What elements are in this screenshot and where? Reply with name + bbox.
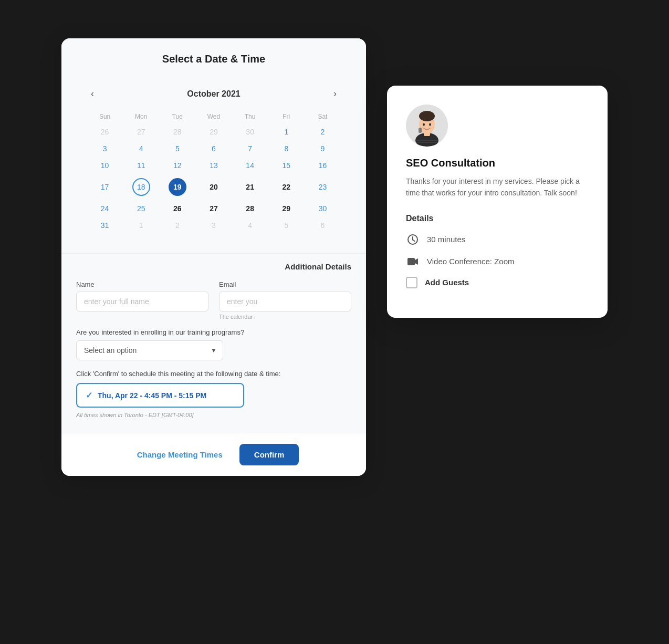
time-badge[interactable]: ✓ Thu, Apr 22 - 4:45 PM - 5:15 PM (76, 383, 244, 408)
additional-details-section: Additional Details Name Email The calend… (61, 253, 366, 433)
calendar-day-header: Sat (305, 110, 341, 123)
prev-month-button[interactable]: ‹ (87, 86, 98, 101)
calendar-day[interactable]: 27 (195, 200, 232, 217)
form-row-name-email: Name Email The calendar i (76, 281, 351, 320)
svg-rect-7 (419, 128, 422, 133)
svg-line-12 (413, 240, 415, 241)
calendar-header: Select a Date & Time ‹ October 2021 › Su… (61, 38, 366, 253)
calendar-day: 27 (123, 123, 159, 140)
consultation-title: SEO Consultation (406, 157, 589, 169)
training-select[interactable]: Select an option (76, 340, 223, 360)
calendar-day[interactable]: 12 (159, 157, 195, 174)
calendar-day[interactable]: 13 (195, 157, 232, 174)
form-group-name: Name (76, 281, 208, 320)
calendar-day[interactable]: 31 (87, 217, 123, 234)
clock-icon (406, 233, 420, 246)
calendar-day: 28 (159, 123, 195, 140)
calendar-container: ‹ October 2021 › SunMonTueWedThuFriSat 2… (72, 76, 356, 244)
calendar-day[interactable]: 18 (123, 174, 159, 200)
calendar-day: 6 (305, 217, 341, 234)
calendar-grid: SunMonTueWedThuFriSat 262728293012345678… (87, 110, 341, 234)
calendar-note: The calendar i (219, 314, 351, 320)
email-label: Email (219, 281, 351, 288)
calendar-day-header: Thu (232, 110, 268, 123)
calendar-day[interactable]: 19 (159, 174, 195, 200)
question-label: Are you interested in enrolling in our t… (76, 328, 351, 336)
email-input[interactable] (219, 292, 351, 311)
calendar-day: 26 (87, 123, 123, 140)
calendar-day: 29 (195, 123, 232, 140)
svg-point-6 (429, 123, 431, 126)
add-guests-checkbox[interactable] (406, 277, 417, 288)
calendar-day[interactable]: 25 (123, 200, 159, 217)
calendar-card: Select a Date & Time ‹ October 2021 › Su… (61, 38, 366, 476)
svg-point-4 (419, 111, 435, 121)
conference-text: Video Conference: Zoom (427, 257, 515, 266)
video-icon (406, 255, 420, 268)
calendar-day[interactable]: 16 (305, 157, 341, 174)
calendar-day: 1 (123, 217, 159, 234)
calendar-day[interactable]: 22 (268, 174, 305, 200)
check-icon: ✓ (86, 390, 92, 400)
avatar (406, 105, 448, 147)
calendar-day[interactable]: 14 (232, 157, 268, 174)
calendar-day[interactable]: 5 (159, 140, 195, 157)
consultation-description: Thanks for your interest in my services.… (406, 175, 589, 199)
svg-marker-14 (415, 258, 418, 265)
timezone-note: All times shown in Toronto - EDT [GMT-04… (76, 412, 351, 418)
calendar-day[interactable]: 2 (305, 123, 341, 140)
form-group-email: Email The calendar i (219, 281, 351, 320)
calendar-day[interactable]: 15 (268, 157, 305, 174)
calendar-day: 4 (232, 217, 268, 234)
calendar-day[interactable]: 29 (268, 200, 305, 217)
calendar-day[interactable]: 30 (305, 200, 341, 217)
calendar-day[interactable]: 17 (87, 174, 123, 200)
calendar-day[interactable]: 8 (268, 140, 305, 157)
add-guests-text: Add Guests (425, 278, 469, 287)
svg-point-5 (423, 123, 425, 126)
calendar-day: 3 (195, 217, 232, 234)
calendar-day[interactable]: 7 (232, 140, 268, 157)
calendar-day[interactable]: 10 (87, 157, 123, 174)
confirm-button[interactable]: Confirm (239, 444, 299, 465)
card-footer: Change Meeting Times Confirm (61, 433, 366, 476)
calendar-day[interactable]: 23 (305, 174, 341, 200)
consultation-card: SEO Consultation Thanks for your interes… (387, 86, 608, 318)
calendar-day: 5 (268, 217, 305, 234)
add-guests-item: Add Guests (406, 277, 589, 288)
conference-item: Video Conference: Zoom (406, 255, 589, 268)
name-label: Name (76, 281, 208, 288)
calendar-day[interactable]: 26 (159, 200, 195, 217)
calendar-day-header: Mon (123, 110, 159, 123)
calendar-day-header: Fri (268, 110, 305, 123)
duration-item: 30 minutes (406, 233, 589, 246)
calendar-day[interactable]: 3 (87, 140, 123, 157)
duration-text: 30 minutes (427, 235, 465, 244)
select-wrapper: Select an option ▼ (76, 340, 223, 360)
next-month-button[interactable]: › (329, 86, 341, 101)
calendar-day[interactable]: 11 (123, 157, 159, 174)
calendar-day[interactable]: 21 (232, 174, 268, 200)
calendar-day-header: Sun (87, 110, 123, 123)
calendar-month-year: October 2021 (187, 89, 240, 99)
calendar-day[interactable]: 1 (268, 123, 305, 140)
calendar-day: 30 (232, 123, 268, 140)
calendar-day[interactable]: 24 (87, 200, 123, 217)
calendar-day-header: Tue (159, 110, 195, 123)
name-input[interactable] (76, 292, 208, 311)
question-group: Are you interested in enrolling in our t… (76, 328, 351, 360)
additional-details-title: Additional Details (76, 262, 351, 271)
change-meeting-times-button[interactable]: Change Meeting Times (129, 445, 231, 464)
calendar-nav: ‹ October 2021 › (87, 86, 341, 101)
confirm-info-text: Click 'Confirm' to schedule this meeting… (76, 370, 351, 378)
svg-rect-13 (407, 258, 415, 265)
calendar-day: 2 (159, 217, 195, 234)
time-slot-text: Thu, Apr 22 - 4:45 PM - 5:15 PM (98, 391, 206, 400)
page-title: Select a Date & Time (72, 53, 356, 65)
calendar-day[interactable]: 28 (232, 200, 268, 217)
calendar-day[interactable]: 4 (123, 140, 159, 157)
calendar-day[interactable]: 6 (195, 140, 232, 157)
calendar-day[interactable]: 9 (305, 140, 341, 157)
details-heading: Details (406, 214, 589, 223)
calendar-day[interactable]: 20 (195, 174, 232, 200)
